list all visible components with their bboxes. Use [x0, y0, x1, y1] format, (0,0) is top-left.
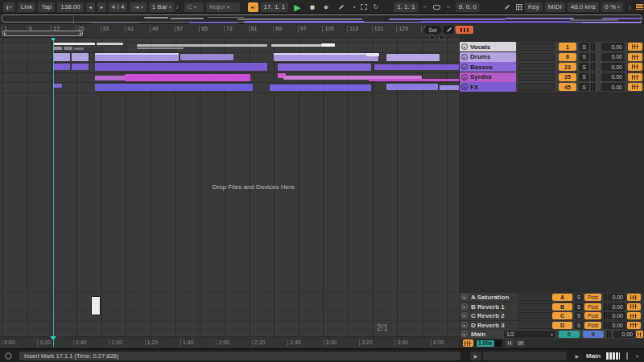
- volume-field[interactable]: 0.00: [608, 303, 625, 311]
- capture-midi-button[interactable]: ↻: [369, 2, 382, 12]
- bar-number-label[interactable]: 65: [199, 26, 208, 32]
- return-activator-button[interactable]: D: [552, 322, 572, 329]
- track-activator-button[interactable]: 1: [559, 43, 576, 51]
- solo-button[interactable]: S: [579, 63, 589, 71]
- bar-number-label[interactable]: 49: [150, 26, 159, 32]
- cue-output-label[interactable]: Main: [586, 352, 601, 360]
- pre-post-toggle[interactable]: Post: [584, 303, 601, 311]
- clip[interactable]: [95, 84, 253, 91]
- solo-button[interactable]: S: [579, 53, 589, 61]
- solo-button[interactable]: S: [579, 83, 589, 91]
- automation-lane-box[interactable]: [518, 83, 555, 91]
- bar-number-label[interactable]: 81: [249, 26, 258, 32]
- clip[interactable]: [97, 43, 123, 45]
- tempo-follow-button[interactable]: [463, 339, 473, 347]
- nudge-up-button[interactable]: ▸: [97, 2, 106, 12]
- clip[interactable]: [278, 64, 371, 71]
- stop-button[interactable]: ■: [307, 2, 318, 12]
- cue-volume-button[interactable]: 0: [559, 331, 580, 338]
- track-color-chip[interactable]: ▸Synths: [460, 72, 516, 82]
- midi-map-button[interactable]: MIDI: [545, 2, 565, 12]
- automation-lane-box[interactable]: [518, 294, 555, 301]
- return-track-row[interactable]: ▸A SaturationASPost0.00: [460, 293, 643, 302]
- clip[interactable]: [72, 53, 89, 61]
- bar-number-label[interactable]: 41: [125, 26, 134, 32]
- track-color-chip[interactable]: ▸Drums: [460, 52, 516, 62]
- clip[interactable]: [53, 43, 95, 45]
- fold-icon[interactable]: ▸: [461, 54, 468, 60]
- solo-button[interactable]: S: [579, 43, 589, 51]
- volume-field[interactable]: 0.00: [601, 83, 625, 91]
- main-track-row[interactable]: ▸ Main 1/2▾ 0 0 0.00: [460, 330, 643, 339]
- clip[interactable]: [53, 47, 62, 50]
- clip[interactable]: [274, 53, 378, 61]
- fold-icon[interactable]: ▸: [461, 331, 468, 337]
- solo-button[interactable]: S: [575, 294, 583, 301]
- track-row[interactable]: ▸Vocals1S0.00: [460, 42, 643, 51]
- tempo-field[interactable]: 138.00: [57, 2, 83, 12]
- fader-mode-button[interactable]: [628, 83, 642, 91]
- chevron-down-icon[interactable]: ▾: [636, 353, 638, 359]
- playhead-triangle[interactable]: [50, 336, 56, 340]
- fold-icon[interactable]: ▸: [461, 74, 468, 80]
- view-selector-button[interactable]: |||▾: [3, 2, 15, 12]
- arrangement-area[interactable]: Drop Files and Devices Here 2/1: [0, 38, 459, 336]
- clip[interactable]: [53, 64, 70, 70]
- automation-lane-box[interactable]: [518, 53, 555, 61]
- return-activator-button[interactable]: B: [552, 303, 572, 311]
- tap-tempo-button[interactable]: Tap: [38, 2, 55, 12]
- solo-button[interactable]: S: [575, 322, 583, 329]
- clip[interactable]: [53, 84, 62, 88]
- track-activator-button[interactable]: 45: [559, 83, 576, 91]
- track-color-chip[interactable]: ▸FX: [460, 82, 516, 92]
- fader-mode-button[interactable]: [627, 322, 641, 329]
- fader-mode-button[interactable]: [627, 294, 641, 301]
- overview-viewport-frame[interactable]: [2, 14, 642, 23]
- fold-icon[interactable]: ▸: [461, 64, 468, 70]
- cpu-meter[interactable]: 0 %▾: [601, 2, 623, 12]
- draw-automation-button[interactable]: [444, 26, 454, 34]
- back-to-arrangement-button[interactable]: [456, 26, 473, 34]
- link-button[interactable]: Link: [18, 2, 36, 12]
- clip[interactable]: [95, 63, 267, 71]
- menu-icon[interactable]: [636, 4, 643, 10]
- track-row[interactable]: ▸Synths35S0.00: [460, 72, 643, 82]
- bar-number-label[interactable]: 17: [51, 26, 60, 32]
- cue-play-button[interactable]: ▶: [572, 352, 583, 360]
- prev-locator-button[interactable]: [429, 35, 435, 40]
- re-enable-automation-button[interactable]: •: [350, 2, 359, 12]
- clip[interactable]: [440, 85, 459, 90]
- clip[interactable]: [95, 76, 126, 80]
- return-track-row[interactable]: ▸C Reverb 2CSPost0.00: [460, 311, 643, 320]
- clip[interactable]: [321, 43, 335, 47]
- fader-mode-button[interactable]: [627, 303, 641, 311]
- bar-number-label[interactable]: 9: [27, 26, 32, 32]
- clip[interactable]: [95, 53, 179, 61]
- time-ruler[interactable]: 0:000:200:401:001:201:402:002:202:403:00…: [0, 336, 459, 348]
- main-volume-field[interactable]: 0.00: [613, 331, 635, 338]
- main-output-select[interactable]: 1/2▾: [504, 331, 555, 338]
- track-color-chip[interactable]: ▸Vocals: [460, 42, 516, 51]
- loop-start-field[interactable]: 1. 1. 1: [394, 2, 418, 12]
- fader-mode-button[interactable]: [628, 53, 642, 61]
- metronome-button[interactable]: ○●▾: [130, 2, 146, 12]
- return-activator-button[interactable]: A: [552, 294, 572, 301]
- arrangement-position-field[interactable]: 17. 1. 1: [261, 2, 289, 12]
- bar-number-label[interactable]: 73: [224, 26, 233, 32]
- automation-arm-button[interactable]: [335, 2, 348, 12]
- bar-number-label[interactable]: 129: [396, 26, 408, 32]
- pre-post-toggle[interactable]: Post: [584, 312, 601, 319]
- fader-mode-button[interactable]: [628, 73, 642, 81]
- volume-field[interactable]: 0.00: [608, 312, 625, 319]
- fold-icon[interactable]: ▸: [461, 294, 468, 300]
- fader-mode-button[interactable]: [628, 63, 642, 71]
- return-lane-clip[interactable]: [91, 296, 101, 315]
- clip[interactable]: [125, 74, 250, 81]
- bar-number-label[interactable]: 25: [76, 26, 85, 32]
- automation-lane-box[interactable]: [518, 312, 555, 319]
- clip[interactable]: [137, 44, 267, 47]
- clip[interactable]: [270, 84, 371, 91]
- clip[interactable]: [271, 44, 321, 47]
- punch-out-button[interactable]: ¬: [443, 2, 453, 12]
- track-row[interactable]: ▸Drums6S0.00: [460, 52, 643, 62]
